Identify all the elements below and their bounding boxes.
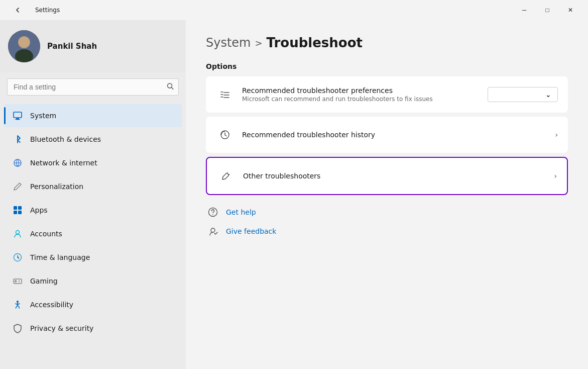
- maximize-button[interactable]: □: [536, 2, 559, 18]
- links-section: Get help Give feedback: [206, 205, 568, 238]
- sidebar-item-label-network: Network & internet: [30, 159, 97, 167]
- svg-rect-13: [18, 211, 22, 214]
- network-icon: [12, 157, 23, 168]
- sidebar-item-label-accounts: Accounts: [30, 230, 62, 238]
- sidebar-item-label-accessibility: Accessibility: [30, 301, 73, 309]
- recommended-history-title: Recommended troubleshooter history: [242, 131, 555, 139]
- other-troubleshooters-text: Other troubleshooters: [243, 172, 554, 180]
- other-troubleshooters-chevron: ›: [554, 172, 557, 180]
- user-name: Pankil Shah: [47, 42, 97, 51]
- title-bar: Settings ─ □ ✕: [0, 0, 588, 20]
- bluetooth-icon: [12, 134, 23, 145]
- breadcrumb-separator: >: [255, 38, 263, 48]
- svg-rect-10: [14, 206, 17, 210]
- svg-rect-7: [16, 118, 19, 119]
- sidebar-item-time[interactable]: Time & language: [4, 246, 182, 269]
- give-feedback-icon: [206, 224, 220, 238]
- window-controls: ─ □ ✕: [513, 2, 582, 18]
- breadcrumb: System > Troubleshoot: [206, 35, 568, 50]
- search-box: [7, 78, 179, 96]
- close-button[interactable]: ✕: [559, 2, 582, 18]
- search-input[interactable]: [7, 78, 179, 96]
- app-body: Pankil Shah System Bluetooth & devices N…: [0, 20, 588, 369]
- back-button[interactable]: [6, 2, 29, 18]
- sidebar-item-label-apps: Apps: [30, 206, 48, 214]
- other-troubleshooters-title: Other troubleshooters: [243, 172, 554, 180]
- other-troubleshooters-icon: [217, 167, 235, 185]
- svg-point-14: [16, 231, 20, 234]
- sidebar-item-accessibility[interactable]: Accessibility: [4, 293, 182, 316]
- apps-icon: [12, 205, 23, 216]
- accessibility-icon: [12, 299, 23, 310]
- breadcrumb-parent[interactable]: System: [206, 36, 251, 50]
- accounts-icon: [12, 228, 23, 239]
- sidebar-item-personalization[interactable]: Personalization: [4, 175, 182, 198]
- svg-rect-8: [15, 119, 20, 120]
- svg-line-5: [172, 87, 174, 89]
- recommended-prefs-icon: [216, 85, 234, 104]
- get-help-icon: [206, 205, 220, 219]
- sidebar: Pankil Shah System Bluetooth & devices N…: [0, 20, 186, 369]
- svg-point-27: [211, 228, 215, 232]
- svg-point-21: [19, 282, 20, 283]
- option-card-recommended-history: Recommended troubleshooter history ›: [206, 117, 568, 153]
- sidebar-item-system[interactable]: System: [4, 104, 182, 127]
- svg-point-20: [19, 281, 20, 282]
- sidebar-item-label-bluetooth: Bluetooth & devices: [30, 135, 101, 143]
- recommended-prefs-row[interactable]: Recommended troubleshooter preferences M…: [206, 76, 568, 113]
- recommended-prefs-desc: Microsoft can recommend and run troubles…: [242, 96, 488, 103]
- options-container: Recommended troubleshooter preferences M…: [206, 76, 568, 195]
- svg-rect-12: [14, 211, 17, 214]
- recommended-prefs-title: Recommended troubleshooter preferences: [242, 86, 488, 95]
- svg-rect-6: [14, 112, 22, 118]
- sidebar-item-label-personalization: Personalization: [30, 182, 83, 191]
- breadcrumb-current: Troubleshoot: [267, 35, 363, 50]
- time-icon: [12, 252, 23, 263]
- sidebar-item-label-gaming: Gaming: [30, 277, 58, 285]
- app-title: Settings: [35, 7, 60, 14]
- sidebar-item-gaming[interactable]: Gaming: [4, 269, 182, 293]
- give-feedback-label[interactable]: Give feedback: [226, 227, 276, 235]
- svg-point-3: [19, 37, 29, 47]
- search-icon: [167, 83, 174, 91]
- privacy-icon: [12, 323, 23, 334]
- svg-rect-11: [18, 206, 22, 210]
- chevron-down-icon: ⌄: [545, 90, 551, 99]
- minimize-button[interactable]: ─: [513, 2, 536, 18]
- option-card-recommended-prefs: Recommended troubleshooter preferences M…: [206, 76, 568, 113]
- nav-list: System Bluetooth & devices Network & int…: [0, 102, 186, 342]
- other-troubleshooters-row[interactable]: Other troubleshooters ›: [207, 158, 567, 194]
- svg-point-26: [212, 214, 213, 215]
- sidebar-item-privacy[interactable]: Privacy & security: [4, 317, 182, 340]
- avatar: [8, 30, 40, 62]
- get-help-label[interactable]: Get help: [226, 208, 256, 216]
- user-section[interactable]: Pankil Shah: [0, 20, 186, 72]
- sidebar-item-accounts[interactable]: Accounts: [4, 222, 182, 245]
- recommended-prefs-dropdown[interactable]: ⌄: [488, 87, 558, 102]
- option-card-other-troubleshooters: Other troubleshooters ›: [206, 157, 568, 195]
- recommended-history-chevron: ›: [555, 131, 558, 139]
- gaming-icon: [12, 275, 23, 287]
- recommended-history-icon: [216, 126, 234, 144]
- sidebar-item-label-system: System: [30, 112, 56, 120]
- recommended-history-row[interactable]: Recommended troubleshooter history ›: [206, 117, 568, 153]
- sidebar-item-label-privacy: Privacy & security: [30, 324, 93, 332]
- link-get-help[interactable]: Get help: [206, 205, 568, 219]
- sidebar-item-network[interactable]: Network & internet: [4, 151, 182, 174]
- recommended-history-text: Recommended troubleshooter history: [242, 131, 555, 139]
- personalization-icon: [12, 181, 23, 192]
- title-bar-left: Settings: [6, 2, 60, 18]
- sidebar-item-label-time: Time & language: [30, 253, 90, 261]
- section-title: Options: [206, 62, 568, 70]
- system-icon: [12, 110, 23, 121]
- sidebar-item-bluetooth[interactable]: Bluetooth & devices: [4, 128, 182, 151]
- main-content: System > Troubleshoot Options Recommende…: [186, 20, 588, 369]
- sidebar-item-apps[interactable]: Apps: [4, 199, 182, 222]
- recommended-prefs-text: Recommended troubleshooter preferences M…: [242, 86, 488, 103]
- link-give-feedback[interactable]: Give feedback: [206, 224, 568, 238]
